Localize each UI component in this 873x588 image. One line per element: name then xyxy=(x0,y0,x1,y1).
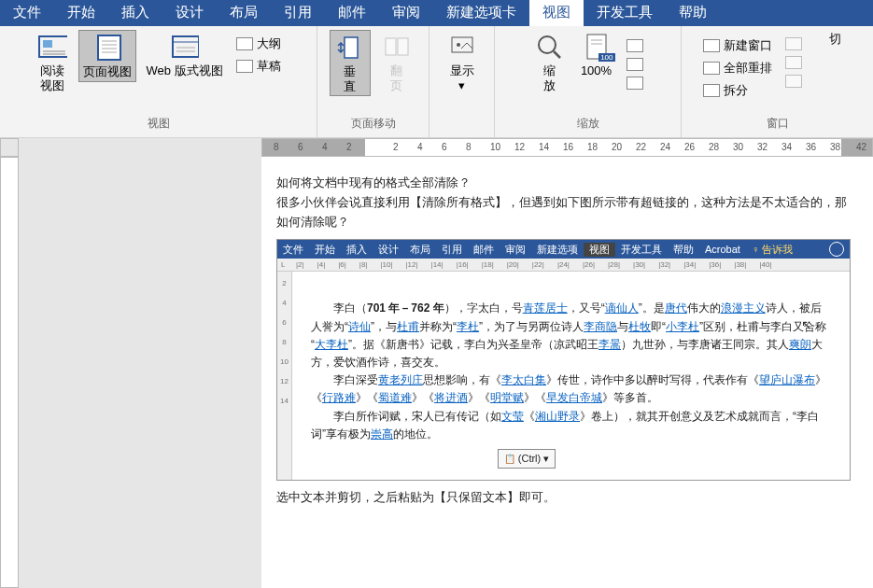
menu-design[interactable]: 设计 xyxy=(162,0,217,26)
menu-view[interactable]: 视图 xyxy=(529,0,584,26)
horizontal-ruler[interactable]: 8 6 4 2 2 4 6 8 10 12 14 16 18 20 22 24 … xyxy=(261,138,873,157)
emb-user-icon[interactable] xyxy=(829,242,844,257)
emb-tellme[interactable]: ♀ 告诉我 xyxy=(746,243,798,257)
switch-window-button[interactable]: 切 xyxy=(815,30,856,49)
hundred-button[interactable]: 100 100% xyxy=(576,30,617,80)
emb-para-1[interactable]: 李白（701 年－762 年），字太白，号青莲居士，又号“谪仙人”。是唐代伟大的… xyxy=(311,300,831,371)
onepage-icon xyxy=(627,39,643,52)
vertical-ruler[interactable] xyxy=(0,157,19,588)
split-label: 拆分 xyxy=(724,82,748,99)
ruler-tick: 4 xyxy=(322,142,328,152)
emb-menu-dev[interactable]: 开发工具 xyxy=(615,243,668,257)
menu-references[interactable]: 引用 xyxy=(271,0,325,26)
window-misc-2[interactable] xyxy=(781,54,806,71)
doc-paragraph-2[interactable]: 很多小伙伴会说直接利用【清除所有格式】，但遇到如下图所示带有超链接的，这种方法是… xyxy=(276,193,851,232)
menu-newtab[interactable]: 新建选项卡 xyxy=(433,0,529,26)
ribbon-group-show: 显示▾ xyxy=(429,26,495,137)
page-view-icon xyxy=(92,33,122,63)
emb-menu-review[interactable]: 审阅 xyxy=(500,243,531,257)
group-views-label: 视图 xyxy=(148,114,170,133)
link-shixian[interactable]: 诗仙 xyxy=(348,320,371,333)
link-wenying[interactable]: 文莹 xyxy=(501,410,524,423)
link-chonggao[interactable]: 崇高 xyxy=(371,427,393,441)
zoom-multipage[interactable] xyxy=(623,56,647,73)
menu-file[interactable]: 文件 xyxy=(0,0,54,26)
ruler-tick: 20 xyxy=(612,142,622,152)
emb-menu-acrobat[interactable]: Acrobat xyxy=(699,244,746,255)
emb-menu-home[interactable]: 开始 xyxy=(309,243,341,257)
arrange-all-button[interactable]: 全部重排 xyxy=(699,58,776,78)
emb-para-3[interactable]: 李白所作词赋，宋人已有传记（如文莹《湘山野录》卷上），就其开创意义及艺术成就而言… xyxy=(311,408,831,443)
menu-layout[interactable]: 布局 xyxy=(217,0,271,26)
doc-paragraph-3[interactable]: 选中文本并剪切，之后粘贴为【只保留文本】即可。 xyxy=(276,488,851,508)
show-label: 显示▾ xyxy=(450,63,474,92)
paste-options-badge[interactable]: (Ctrl) ▾ xyxy=(498,449,556,469)
menu-help[interactable]: 帮助 xyxy=(666,0,720,26)
link-langman[interactable]: 浪漫主义 xyxy=(721,301,766,315)
draft-button[interactable]: 草稿 xyxy=(232,56,285,77)
svg-rect-9 xyxy=(173,36,199,57)
link-qinglian[interactable]: 青莲居士 xyxy=(523,301,568,315)
emb-menu-layout[interactable]: 布局 xyxy=(404,243,436,257)
emb-menu-mail[interactable]: 邮件 xyxy=(468,243,500,257)
ruler-tick: 36 xyxy=(806,142,816,152)
window-misc-1[interactable] xyxy=(781,35,806,52)
emb-para-2[interactable]: 李白深受黄老列庄思想影响，有《李太白集》传世，诗作中多以醉时写得，代表作有《望庐… xyxy=(311,371,831,407)
link-jiangjin[interactable]: 将进酒 xyxy=(434,391,468,404)
outline-icon xyxy=(236,37,253,50)
doc-paragraph-1[interactable]: 如何将文档中现有的格式全部清除？ xyxy=(276,174,851,193)
link-xiangshan[interactable]: 湘山野录 xyxy=(535,410,580,423)
menu-review[interactable]: 审阅 xyxy=(379,0,433,26)
link-dufu[interactable]: 杜甫 xyxy=(397,320,419,333)
hundred-badge: 100 xyxy=(598,53,614,62)
multipage-icon xyxy=(627,58,643,71)
split-button[interactable]: 拆分 xyxy=(699,80,776,101)
ruler-tick: 6 xyxy=(298,142,303,152)
page-view-button[interactable]: 页面视图 xyxy=(78,30,136,82)
emb-menu-file[interactable]: 文件 xyxy=(277,243,309,257)
emb-menu-newtab[interactable]: 新建选项 xyxy=(531,243,584,257)
link-zhexian[interactable]: 谪仙人 xyxy=(605,301,639,315)
emb-menu-design[interactable]: 设计 xyxy=(373,243,404,257)
new-window-button[interactable]: 新建窗口 xyxy=(699,35,776,56)
link-tangdai[interactable]: 唐代 xyxy=(665,301,687,315)
ruler-tick: 2 xyxy=(346,142,352,152)
link-dalidu[interactable]: 大李杜 xyxy=(315,338,348,351)
link-lidu[interactable]: 李杜 xyxy=(457,320,479,333)
link-huanglao[interactable]: 黄老列庄 xyxy=(378,373,423,386)
emb-menu-view[interactable]: 视图 xyxy=(584,243,615,257)
link-shudao[interactable]: 蜀道难 xyxy=(378,391,412,404)
emb-menu-help[interactable]: 帮助 xyxy=(668,243,699,257)
zoom-onepage[interactable] xyxy=(623,37,647,54)
vertical-button[interactable]: 垂 直 xyxy=(330,30,371,96)
link-zaofa[interactable]: 早发白帝城 xyxy=(546,391,602,404)
link-dumu[interactable]: 杜牧 xyxy=(628,320,651,333)
link-lishangyin[interactable]: 李商隐 xyxy=(584,320,617,333)
web-view-button[interactable]: Web 版式视图 xyxy=(142,30,226,80)
emb-menu-insert[interactable]: 插入 xyxy=(341,243,373,257)
emb-menu-refs[interactable]: 引用 xyxy=(436,243,468,257)
embedded-content[interactable]: ↖ 李白（701 年－762 年），字太白，号青莲居士，又号“谪仙人”。是唐代伟… xyxy=(292,272,850,479)
magnifier-icon xyxy=(535,32,565,62)
zoom-button[interactable]: 缩 放 xyxy=(529,30,570,94)
link-shuanglang[interactable]: 爽朗 xyxy=(789,338,811,351)
ribbon-group-window: 新建窗口 全部重排 拆分 切 窗口 xyxy=(682,26,873,137)
menu-mail[interactable]: 邮件 xyxy=(325,0,379,26)
link-xinglu[interactable]: 行路难 xyxy=(322,391,356,404)
link-ligao[interactable]: 李暠 xyxy=(598,338,621,351)
zoom-pagewidth[interactable] xyxy=(623,75,647,91)
menu-home[interactable]: 开始 xyxy=(54,0,108,26)
document-page[interactable]: 如何将文档中现有的格式全部清除？ 很多小伙伴会说直接利用【清除所有格式】，但遇到… xyxy=(261,157,873,588)
link-litaibaiji[interactable]: 李太白集 xyxy=(501,373,546,386)
window-misc-3[interactable] xyxy=(781,73,806,90)
show-button[interactable]: 显示▾ xyxy=(442,30,483,94)
link-mingtang[interactable]: 明堂赋 xyxy=(490,391,524,404)
menu-devtools[interactable]: 开发工具 xyxy=(584,0,666,26)
link-xiaolidu[interactable]: 小李杜 xyxy=(666,320,699,333)
read-view-button[interactable]: 阅读 视图 xyxy=(32,30,73,94)
outline-button[interactable]: 大纲 xyxy=(232,34,285,54)
svg-rect-14 xyxy=(386,38,396,55)
menu-insert[interactable]: 插入 xyxy=(108,0,162,26)
link-wanglushan[interactable]: 望庐山瀑布 xyxy=(759,373,815,386)
flip-button[interactable]: 翻 页 xyxy=(376,30,417,94)
